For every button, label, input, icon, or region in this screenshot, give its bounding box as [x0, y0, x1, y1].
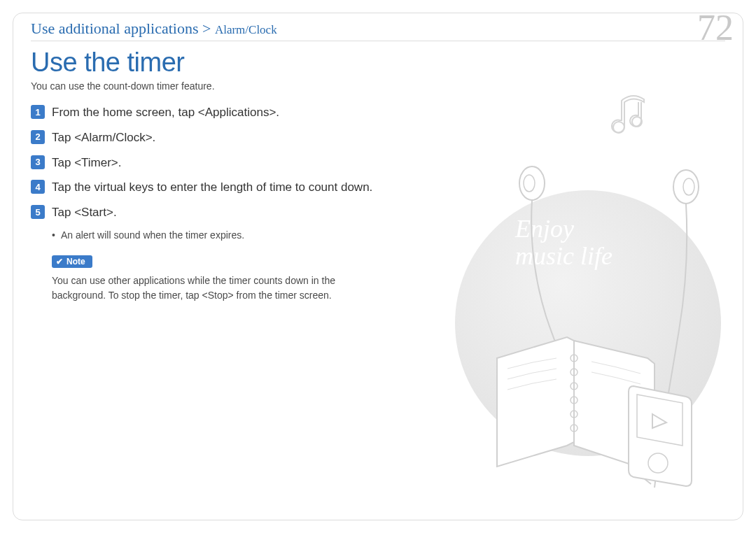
main-content: Use the timer You can use the count-down…	[31, 48, 409, 303]
breadcrumb-main: Use additional applications >	[31, 20, 215, 37]
note-box: ✔ Note You can use other applications wh…	[52, 255, 409, 303]
steps-list: 1 From the home screen, tap <Application…	[31, 104, 409, 221]
step-item: 3 Tap <Timer>.	[31, 155, 409, 171]
breadcrumb: Use additional applications > Alarm/Cloc…	[31, 20, 277, 38]
step-item: 5 Tap <Start>.	[31, 204, 409, 221]
note-text: You can use other applications while the…	[52, 273, 360, 303]
note-label: Note	[66, 257, 85, 266]
step-item: 1 From the home screen, tap <Application…	[31, 104, 409, 121]
sub-bullet: An alert will sound when the timer expir…	[52, 229, 409, 241]
breadcrumb-sub: Alarm/Clock	[215, 23, 277, 36]
step-text: Tap <Timer>.	[52, 155, 122, 171]
step-number-badge: 1	[31, 105, 45, 119]
step-text: From the home screen, tap <Applications>…	[52, 104, 279, 121]
page-number: 72	[697, 7, 734, 48]
step-number-badge: 3	[31, 155, 45, 169]
step-number-badge: 5	[31, 205, 45, 219]
header-divider	[31, 41, 725, 41]
step-text: Tap <Alarm/Clock>.	[52, 129, 155, 146]
step-item: 2 Tap <Alarm/Clock>.	[31, 129, 409, 146]
intro-text: You can use the count-down timer feature…	[31, 80, 409, 92]
step-text: Tap the virtual keys to enter the length…	[52, 179, 372, 196]
section-title: Use the timer	[31, 48, 409, 78]
step-item: 4 Tap the virtual keys to enter the leng…	[31, 179, 409, 196]
step-text: Tap <Start>.	[52, 204, 117, 221]
check-icon: ✔	[56, 257, 63, 266]
step-number-badge: 2	[31, 130, 45, 144]
note-badge: ✔ Note	[52, 255, 92, 268]
step-number-badge: 4	[31, 180, 45, 194]
sub-bullet-text: An alert will sound when the timer expir…	[61, 229, 244, 241]
